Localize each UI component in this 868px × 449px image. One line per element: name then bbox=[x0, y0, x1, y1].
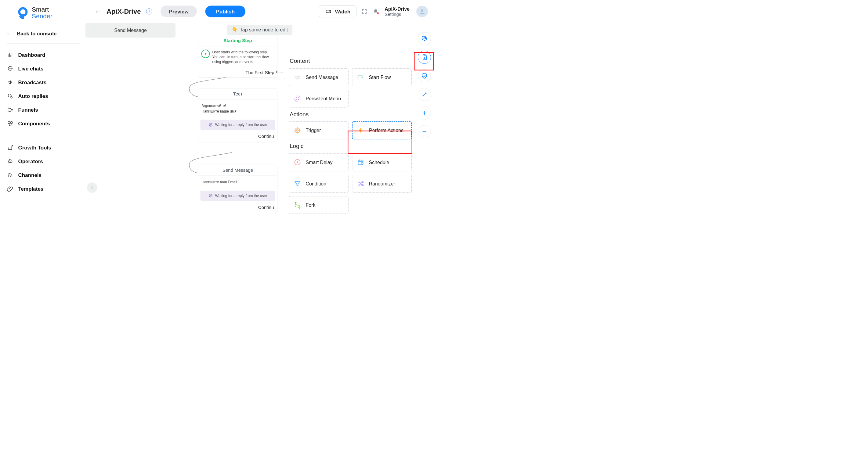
sidebar-item-livechats[interactable]: Live chats bbox=[6, 62, 81, 76]
collapse-sidebar-button[interactable] bbox=[87, 183, 97, 193]
svg-point-7 bbox=[8, 121, 10, 124]
tile-trigger[interactable]: Trigger bbox=[289, 121, 348, 139]
separator bbox=[7, 136, 80, 136]
tile-label: Trigger bbox=[306, 128, 321, 133]
rail-add-page-icon[interactable] bbox=[418, 51, 431, 64]
connector-dot-icon[interactable] bbox=[276, 70, 278, 73]
fork-icon bbox=[293, 201, 302, 209]
svg-point-10 bbox=[9, 159, 11, 161]
chat-icon bbox=[7, 65, 14, 72]
user-name: ApiX-Drive bbox=[384, 6, 410, 12]
node-foot: Continu bbox=[198, 203, 277, 213]
sidebar-item-label: Live chats bbox=[18, 66, 44, 72]
tile-persistent-menu[interactable]: Persistent Menu bbox=[289, 90, 348, 108]
point-down-icon: 👇 bbox=[231, 27, 238, 33]
user-sub: Settings bbox=[384, 11, 401, 17]
svg-point-2 bbox=[8, 94, 11, 97]
sidebar-item-dashboard[interactable]: Dashboard bbox=[6, 48, 81, 62]
msg-line: Напишите ваше имя! bbox=[202, 108, 274, 114]
logo: Smart Sender bbox=[6, 6, 81, 20]
node-test[interactable]: Тест Здравствуйте! Напишите ваше имя! Wa… bbox=[198, 89, 277, 142]
watch-button[interactable]: Watch bbox=[319, 5, 356, 18]
node-title: Send Message bbox=[114, 28, 147, 33]
fullscreen-icon[interactable] bbox=[361, 8, 368, 15]
node-starting-step[interactable]: Starting Step User starts with the follo… bbox=[198, 35, 277, 77]
sidebar-item-funnels[interactable]: Funnels bbox=[6, 103, 81, 117]
hint-text: Tap some node to edit bbox=[240, 27, 288, 33]
start-flow-icon bbox=[357, 73, 365, 81]
node-message: Здравствуйте! Напишите ваше имя! bbox=[198, 99, 277, 118]
tile-perform-actions[interactable]: Perform Actions bbox=[352, 121, 412, 139]
svg-point-22 bbox=[298, 99, 299, 100]
tile-fork[interactable]: Fork bbox=[289, 196, 348, 214]
topbar: ← ApiX-Drive i Preview Publish Watch Api… bbox=[86, 0, 434, 23]
target-icon bbox=[293, 127, 302, 134]
bell-icon[interactable] bbox=[372, 8, 379, 15]
lightning-icon bbox=[357, 127, 365, 134]
sidebar-item-channels[interactable]: Channels bbox=[6, 168, 81, 182]
tile-label: Randomizer bbox=[369, 181, 395, 187]
svg-point-19 bbox=[296, 97, 297, 98]
back-label: Back to console bbox=[17, 31, 57, 37]
info-icon[interactable]: i bbox=[146, 8, 152, 14]
rss-icon bbox=[7, 172, 14, 179]
node-send-message[interactable]: Send Message Напишите ваш Email Waiting … bbox=[198, 165, 277, 213]
back-arrow-icon[interactable]: ← bbox=[95, 7, 102, 16]
tile-label: Fork bbox=[306, 202, 316, 208]
operators-icon bbox=[7, 158, 14, 165]
rail-shield-icon[interactable] bbox=[418, 69, 431, 83]
svg-point-9 bbox=[9, 124, 11, 126]
rail-chat-icon[interactable] bbox=[418, 32, 431, 45]
tile-send-message[interactable]: Send Message bbox=[289, 68, 348, 86]
panel-section-title: Actions bbox=[290, 111, 411, 118]
waiting-text: Waiting for a reply from the user bbox=[215, 123, 267, 127]
node-message: Напишите ваш Email bbox=[198, 176, 277, 189]
megaphone-icon bbox=[7, 79, 14, 86]
sidebar-item-operators[interactable]: Operators bbox=[6, 154, 81, 168]
tile-label: Condition bbox=[306, 181, 327, 187]
sidebar-item-autoreplies[interactable]: Auto replies bbox=[6, 89, 81, 103]
grid-icon bbox=[293, 95, 302, 102]
rail-minus-icon[interactable] bbox=[418, 125, 431, 138]
publish-button[interactable]: Publish bbox=[206, 6, 245, 18]
sidebar-item-broadcasts[interactable]: Broadcasts bbox=[6, 76, 81, 89]
button-label: Preview bbox=[169, 8, 188, 14]
preview-button[interactable]: Preview bbox=[160, 6, 197, 18]
sidebar-item-label: Dashboard bbox=[18, 52, 45, 58]
canvas[interactable]: 👇 Tap some node to edit Send Message Sta… bbox=[86, 23, 434, 224]
node-send-message-collapsed[interactable]: Send Message bbox=[86, 23, 176, 38]
svg-point-12 bbox=[421, 9, 423, 12]
svg-point-3 bbox=[11, 97, 12, 98]
waiting-block: Waiting for a reply from the user bbox=[200, 120, 275, 130]
arrow-left-icon: ← bbox=[6, 30, 12, 37]
clock-icon bbox=[293, 158, 302, 166]
clip-icon bbox=[7, 186, 14, 192]
sidebar-item-growthtools[interactable]: Growth Tools bbox=[6, 140, 81, 154]
rail-wand-icon[interactable] bbox=[418, 88, 431, 101]
tile-smart-delay[interactable]: Smart Delay bbox=[289, 154, 348, 171]
sidebar-item-components[interactable]: Components bbox=[6, 117, 81, 131]
topbar-left: ← ApiX-Drive i Preview Publish bbox=[95, 6, 245, 18]
svg-point-18 bbox=[295, 96, 300, 101]
funnel-icon bbox=[7, 106, 14, 113]
svg-point-15 bbox=[210, 124, 211, 125]
sidebar-item-label: Templates bbox=[18, 186, 44, 192]
tile-start-flow[interactable]: Start Flow bbox=[352, 68, 412, 86]
svg-point-20 bbox=[298, 97, 299, 98]
sidebar-item-templates[interactable]: Templates bbox=[6, 182, 81, 195]
user-block[interactable]: ApiX-Drive Settings bbox=[384, 6, 410, 17]
avatar[interactable] bbox=[416, 6, 428, 18]
msg-line: Напишите ваш Email bbox=[202, 180, 274, 185]
back-to-console[interactable]: ← Back to console bbox=[6, 28, 81, 40]
rail-plus-icon[interactable] bbox=[418, 106, 431, 120]
node-body-text: User starts with the following step. You… bbox=[212, 50, 274, 65]
logo-icon bbox=[17, 7, 29, 19]
topbar-right: Watch ApiX-Drive Settings bbox=[319, 5, 428, 18]
sidebar: Smart Sender ← Back to console Dashboard… bbox=[0, 0, 86, 224]
components-icon bbox=[7, 120, 14, 127]
logo-text: Smart Sender bbox=[32, 6, 53, 20]
tile-schedule[interactable]: Schedule bbox=[352, 154, 412, 171]
tile-condition[interactable]: Condition bbox=[289, 175, 348, 193]
svg-point-27 bbox=[361, 163, 363, 164]
tile-randomizer[interactable]: Randomizer bbox=[352, 175, 412, 193]
